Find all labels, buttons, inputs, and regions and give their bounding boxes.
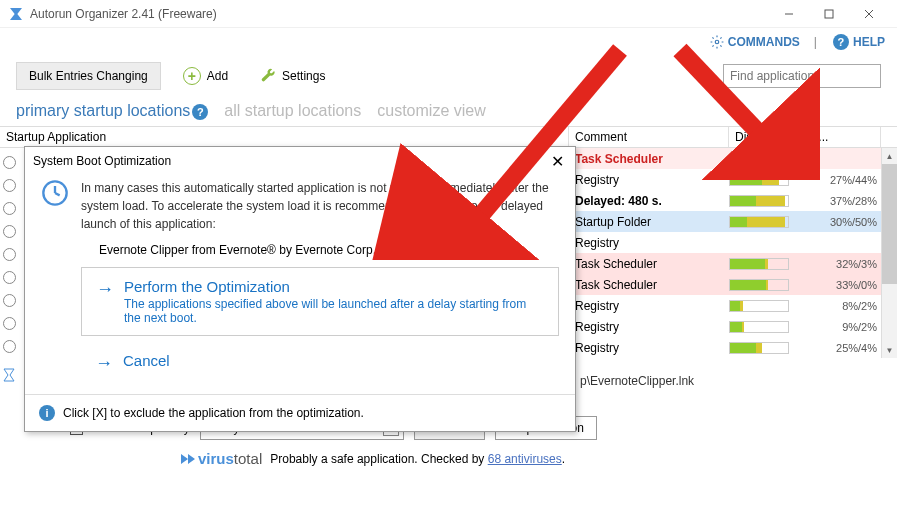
table-row[interactable]: Delayed: 480 s.37%/28% xyxy=(569,190,881,211)
comment-cell: Registry xyxy=(569,320,729,334)
dialog-detail-text: Evernote Clipper from Evernote® by Evern… xyxy=(25,243,575,257)
clock-icon xyxy=(3,179,16,192)
nav-tabs: primary startup locations? all startup l… xyxy=(0,96,897,126)
data-rows: Task SchedulerRegistry27%/44%Delayed: 48… xyxy=(569,148,881,358)
clock-icon xyxy=(3,202,16,215)
nav-customize[interactable]: customize view xyxy=(377,102,485,120)
commands-link[interactable]: COMMANDS xyxy=(710,35,800,49)
arrow-right-icon: → xyxy=(95,354,113,372)
scrollbar[interactable]: ▲ ▼ xyxy=(881,148,897,358)
minimize-button[interactable] xyxy=(769,0,809,28)
dialog-close-button[interactable]: ✕ xyxy=(547,151,567,171)
nav-all[interactable]: all startup locations xyxy=(224,102,361,120)
col-startup[interactable]: Startup Application xyxy=(0,127,569,147)
table-row[interactable]: Registry25%/4% xyxy=(569,337,881,358)
vt-text: Probably a safe application. Checked by xyxy=(270,452,484,466)
cancel-label: Cancel xyxy=(123,352,170,369)
comment-cell: Registry xyxy=(569,341,729,355)
titlebar-text: Autorun Organizer 2.41 (Freeware) xyxy=(30,7,769,21)
wrench-icon xyxy=(260,68,276,84)
perform-opt-subtitle: The applications specified above will be… xyxy=(124,297,544,325)
table-row[interactable]: Startup Folder30%/50% xyxy=(569,211,881,232)
perform-optimization-button[interactable]: → Perform the Optimization The applicati… xyxy=(81,267,559,336)
left-icon-strip xyxy=(0,148,18,388)
col-comment[interactable]: Comment xyxy=(569,127,729,147)
add-label: Add xyxy=(207,69,228,83)
bulk-entries-button[interactable]: Bulk Entries Changing xyxy=(16,62,161,90)
info-icon: i xyxy=(39,405,55,421)
stats-cell: 9%/2% xyxy=(729,321,881,333)
comment-cell: Task Scheduler xyxy=(569,257,729,271)
dialog-body-text: In many cases this automatically started… xyxy=(81,179,559,233)
vt-link[interactable]: 68 antiviruses xyxy=(488,452,562,466)
svg-point-5 xyxy=(702,70,711,79)
table-row[interactable]: Registry8%/2% xyxy=(569,295,881,316)
help-icon: ? xyxy=(833,34,849,50)
separator: | xyxy=(814,35,817,49)
svg-line-6 xyxy=(710,78,715,83)
arrow-right-icon: → xyxy=(96,280,114,298)
virustotal-logo: virustotal xyxy=(180,450,262,467)
svg-line-9 xyxy=(55,193,60,195)
stats-cell: 30%/50% xyxy=(729,216,881,228)
exclude-link[interactable]: [X] xyxy=(472,243,487,257)
app-icon xyxy=(8,6,24,22)
comment-cell: Delayed: 480 s. xyxy=(569,194,729,208)
clock-icon xyxy=(3,156,16,169)
col-stats[interactable]: Disable/Delay F... xyxy=(729,127,881,147)
commands-label: COMMANDS xyxy=(728,35,800,49)
settings-label: Settings xyxy=(282,69,325,83)
plus-icon: + xyxy=(183,67,201,85)
comment-cell: Startup Folder xyxy=(569,215,729,229)
clock-icon xyxy=(3,294,16,307)
clock-icon xyxy=(41,179,69,207)
table-row[interactable]: Registry9%/2% xyxy=(569,316,881,337)
clock-icon xyxy=(3,317,16,330)
clock-icon xyxy=(3,225,16,238)
maximize-button[interactable] xyxy=(809,0,849,28)
clock-icon xyxy=(3,271,16,284)
top-link-bar: COMMANDS | ? HELP xyxy=(0,28,897,56)
perform-opt-title: Perform the Optimization xyxy=(124,278,544,295)
comment-cell: Task Scheduler xyxy=(569,152,729,166)
table-row[interactable]: Task Scheduler xyxy=(569,148,881,169)
bulk-entries-label: Bulk Entries Changing xyxy=(29,69,148,83)
table-row[interactable]: Task Scheduler32%/3% xyxy=(569,253,881,274)
titlebar: Autorun Organizer 2.41 (Freeware) xyxy=(0,0,897,28)
settings-button[interactable]: Settings xyxy=(250,62,335,90)
cancel-button[interactable]: → Cancel xyxy=(81,342,559,382)
stats-cell: 33%/0% xyxy=(729,279,881,291)
stats-cell: 8%/2% xyxy=(729,300,881,312)
table-row[interactable]: Registry xyxy=(569,232,881,253)
svg-point-4 xyxy=(715,40,719,44)
close-button[interactable] xyxy=(849,0,889,28)
svg-rect-1 xyxy=(825,10,833,18)
help-link[interactable]: ? HELP xyxy=(831,34,885,50)
stats-cell: 27%/44% xyxy=(729,174,881,186)
help-icon: ? xyxy=(192,104,208,120)
scroll-down-button[interactable]: ▼ xyxy=(882,342,897,358)
stats-cell: 32%/3% xyxy=(729,258,881,270)
clock-icon xyxy=(3,248,16,261)
dialog-title: System Boot Optimization xyxy=(33,154,171,168)
nav-primary[interactable]: primary startup locations? xyxy=(16,102,208,120)
virustotal-row: virustotal Probably a safe application. … xyxy=(60,440,897,467)
comment-cell: Task Scheduler xyxy=(569,278,729,292)
table-row[interactable]: Registry27%/44% xyxy=(569,169,881,190)
scroll-thumb[interactable] xyxy=(882,164,897,284)
dialog-footer-text: Click [X] to exclude the application fro… xyxy=(63,406,364,420)
search-icon xyxy=(699,67,717,85)
comment-cell: Registry xyxy=(569,299,729,313)
column-headers: Startup Application Comment Disable/Dela… xyxy=(0,126,897,148)
clock-icon xyxy=(3,340,16,353)
stats-cell: 37%/28% xyxy=(729,195,881,207)
search-input[interactable] xyxy=(723,64,881,88)
scroll-up-button[interactable]: ▲ xyxy=(882,148,897,164)
toolbar: Bulk Entries Changing + Add Settings xyxy=(0,56,897,96)
help-label: HELP xyxy=(853,35,885,49)
comment-cell: Registry xyxy=(569,173,729,187)
stats-cell: 25%/4% xyxy=(729,342,881,354)
table-row[interactable]: Task Scheduler33%/0% xyxy=(569,274,881,295)
comment-cell: Registry xyxy=(569,236,729,250)
add-button[interactable]: + Add xyxy=(173,62,238,90)
